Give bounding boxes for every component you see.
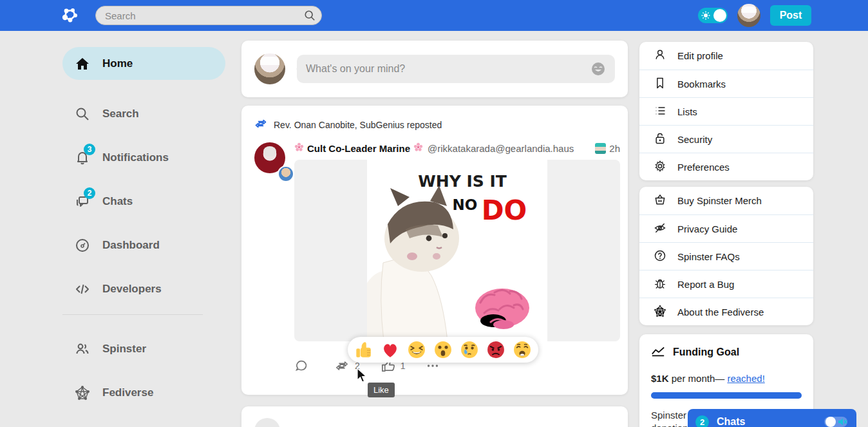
composer-placeholder: What's on your mind? [306, 63, 405, 75]
reaction-laughing[interactable] [407, 340, 426, 359]
chats-badge: 2 [84, 187, 95, 199]
svg-text:WHY IS IT: WHY IS IT [418, 172, 507, 191]
sidebar-divider [62, 314, 203, 315]
reaction-surprised[interactable] [433, 340, 453, 359]
right-sidebar: Edit profile Bookmarks Lists Security Pr… [639, 42, 813, 427]
mouse-cursor [357, 368, 368, 386]
menu-item-merch[interactable]: Buy Spinster Merch [639, 187, 813, 214]
menu-item-edit-profile[interactable]: Edit profile [639, 42, 813, 70]
composer-input[interactable]: What's on your mind? [297, 55, 615, 83]
sidebar-label: Notifications [102, 151, 169, 164]
cat-brain-meme-image: WHY IS IT NO DO [367, 160, 547, 341]
composer-card: What's on your mind? [241, 41, 628, 97]
chats-panel-bar[interactable]: 2 Chats [688, 409, 856, 427]
menu-label: Buy Spinster Merch [677, 195, 762, 206]
menu-item-security[interactable]: Security [639, 125, 813, 153]
funding-period: per month [669, 373, 715, 384]
search-input[interactable] [95, 6, 322, 25]
svg-text:NO: NO [453, 196, 478, 213]
menu-item-faqs[interactable]: Spinster FAQs [639, 242, 813, 270]
funding-line: $1K per month— reached! [651, 373, 802, 384]
bell-icon: 3 [74, 149, 91, 166]
sidebar-item-chats[interactable]: 2 Chats [62, 192, 225, 211]
menu-item-report-bug[interactable]: Report a Bug [639, 270, 813, 298]
image-letterbox-right [547, 160, 620, 341]
home-icon [74, 55, 91, 72]
sidebar-item-fediverse[interactable]: Fediverse [62, 383, 225, 403]
cherry-blossom-icon [413, 142, 423, 154]
post-image[interactable]: WHY IS IT NO DO [294, 160, 620, 341]
reposter-avatar[interactable] [278, 166, 294, 182]
reaction-weary[interactable] [513, 340, 532, 359]
funding-dash: — [715, 373, 727, 384]
trending-chart-icon [651, 345, 665, 359]
profile-avatar[interactable] [737, 4, 760, 27]
search-icon [74, 106, 91, 122]
comment-button[interactable] [294, 359, 308, 373]
reaction-crying[interactable] [460, 340, 479, 359]
funding-amount: $1K [651, 373, 669, 384]
menu-label: Preferences [677, 162, 730, 173]
light-mode-toggle[interactable] [698, 8, 728, 23]
sun-icon [701, 11, 710, 23]
next-post-card: Feart n Tired @FeartnTired@spinster.xyz … [241, 406, 628, 427]
menu-label: Report a Bug [677, 279, 734, 290]
sidebar-item-home[interactable]: Home [62, 47, 225, 80]
speaker-mute-toggle[interactable] [824, 415, 849, 427]
repost-icon [254, 117, 267, 132]
menu-item-about-fediverse[interactable]: About the Fediverse [639, 298, 813, 325]
repost-text[interactable]: Rev. Onan Canobite, SubGenius reposted [274, 120, 442, 130]
post-time[interactable]: 2h [609, 143, 620, 154]
feed-column: What's on your mind? Rev. Onan Canobite,… [241, 41, 628, 427]
post-button[interactable]: Post [770, 5, 811, 26]
composer-avatar[interactable] [254, 53, 285, 84]
author-handle[interactable]: @rikkatakarada@gearlandia.haus [428, 143, 574, 154]
sidebar-item-notifications[interactable]: 3 Notifications [62, 148, 225, 167]
account-menu-card: Edit profile Bookmarks Lists Security Pr… [639, 42, 813, 180]
sidebar-item-spinster[interactable]: Spinster [62, 339, 225, 359]
menu-item-preferences[interactable]: Preferences [639, 153, 813, 180]
gear-icon [654, 160, 666, 175]
next-post-name-row: Feart n Tired @FeartnTired@spinster.xyz … [289, 419, 615, 427]
reaction-picker [348, 337, 538, 363]
spinster-logo-icon[interactable] [61, 6, 79, 24]
lock-icon [654, 132, 666, 147]
sidebar-item-developers[interactable]: Developers [62, 280, 225, 299]
reaction-thumbs-up[interactable] [354, 340, 373, 359]
author-name[interactable]: Cult Co-Leader Marine [307, 143, 410, 154]
people-icon [74, 341, 91, 357]
laughing-emoji-icon[interactable] [590, 61, 606, 77]
toggle-knob [713, 9, 726, 22]
question-icon [654, 249, 666, 264]
reaction-heart[interactable] [381, 340, 400, 359]
top-bar: Post [0, 0, 868, 31]
sidebar-label: Search [102, 108, 139, 120]
speedometer-icon [74, 237, 91, 254]
menu-item-lists[interactable]: Lists [639, 97, 813, 125]
search-box [95, 6, 322, 25]
basket-icon [654, 193, 666, 208]
sidebar-label: Spinster [102, 343, 146, 356]
funding-reached-link[interactable]: reached! [727, 373, 764, 384]
sidebar-label: Chats [102, 195, 133, 208]
miku-emoji-icon [595, 143, 606, 154]
sidebar-label: Fediverse [102, 386, 153, 399]
sidebar-item-search[interactable]: Search [62, 104, 225, 124]
next-post-avatar[interactable] [254, 418, 280, 427]
menu-item-privacy-guide[interactable]: Privacy Guide [639, 214, 813, 242]
author-avatar[interactable] [254, 142, 285, 173]
reaction-angry[interactable] [486, 340, 505, 359]
menu-label: Spinster FAQs [677, 251, 740, 262]
links-menu-card: Buy Spinster Merch Privacy Guide Spinste… [639, 187, 813, 325]
sidebar-item-dashboard[interactable]: Dashboard [62, 236, 225, 255]
sidebar-label: Dashboard [102, 239, 160, 252]
menu-label: Edit profile [677, 50, 723, 61]
like-tooltip: Like [368, 383, 395, 397]
funding-progress-bar [651, 392, 802, 399]
list-icon [654, 104, 666, 119]
eye-off-icon [654, 222, 666, 236]
menu-item-bookmarks[interactable]: Bookmarks [639, 70, 813, 97]
search-icon[interactable] [304, 10, 316, 24]
funding-title: Funding Goal [673, 346, 739, 358]
bug-icon [654, 277, 666, 292]
